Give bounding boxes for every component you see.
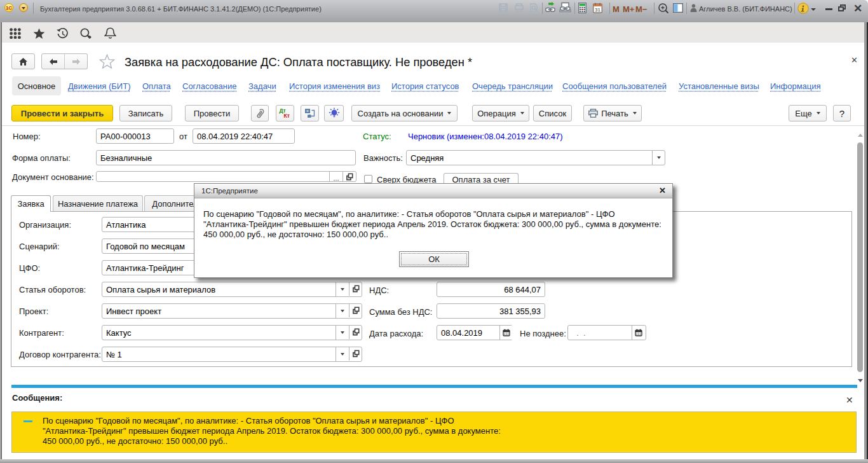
svg-text:31: 31 (595, 7, 600, 13)
